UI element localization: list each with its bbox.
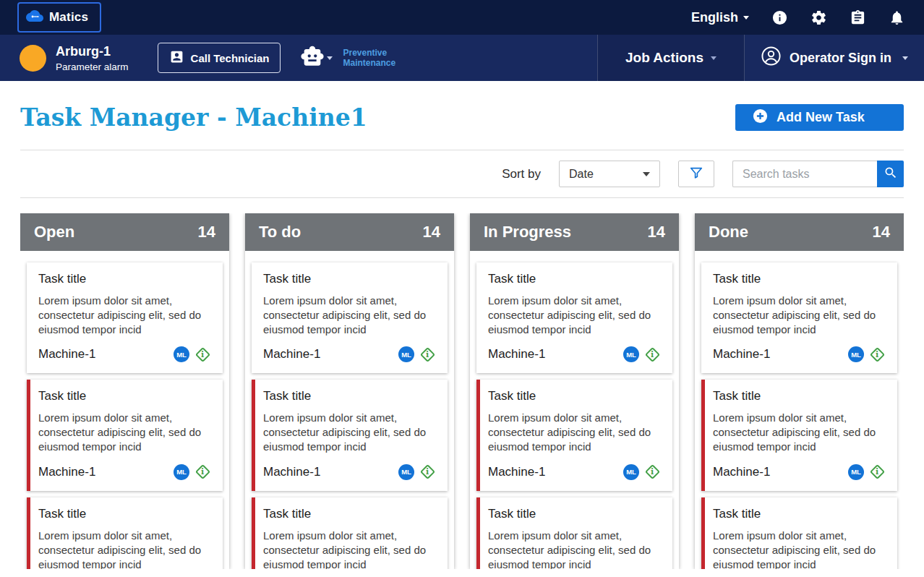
filter-button[interactable] (678, 161, 714, 187)
preventive-maintenance-label: Preventive Maintenance (343, 48, 395, 69)
task-description: Lorem ipsum dolor sit amet, consectetur … (38, 294, 211, 337)
column-open: Open 14 Task title Lorem ipsum dolor sit… (20, 213, 229, 569)
info-diamond-icon[interactable]: i (645, 347, 660, 362)
top-bar: Matics English (0, 0, 924, 35)
chevron-down-icon (327, 56, 333, 60)
task-description: Lorem ipsum dolor sit amet, consectetur … (38, 411, 211, 454)
task-title: Task title (263, 389, 436, 403)
task-card[interactable]: Task title Lorem ipsum dolor sit amet, c… (701, 380, 897, 490)
info-diamond-icon[interactable]: i (870, 464, 885, 479)
task-title: Task title (38, 507, 211, 521)
task-description: Lorem ipsum dolor sit amet, consectetur … (38, 529, 211, 569)
bell-icon[interactable] (888, 9, 905, 26)
column-title: Done (709, 223, 748, 242)
language-selector[interactable]: English (691, 10, 749, 25)
column-cards: Task title Lorem ipsum dolor sit amet, c… (20, 251, 229, 569)
task-card[interactable]: Task title Lorem ipsum dolor sit amet, c… (701, 497, 897, 569)
column-cards: Task title Lorem ipsum dolor sit amet, c… (695, 251, 904, 569)
operator-label: Operator Sign in (790, 51, 891, 66)
task-title: Task title (488, 272, 661, 286)
column-title: In Progress (484, 223, 571, 242)
task-title: Task title (488, 507, 661, 521)
task-card[interactable]: Task title Lorem ipsum dolor sit amet, c… (252, 262, 448, 373)
task-title: Task title (38, 272, 211, 286)
info-diamond-icon[interactable]: i (870, 347, 885, 362)
task-card[interactable]: Task title Lorem ipsum dolor sit amet, c… (27, 497, 223, 569)
column-count: 14 (423, 223, 440, 242)
task-card[interactable]: Task title Lorem ipsum dolor sit amet, c… (701, 262, 897, 373)
clipboard-icon[interactable] (849, 9, 866, 26)
operator-sign-in[interactable]: Operator Sign in (745, 35, 924, 81)
language-label: English (691, 10, 738, 25)
column-title: Open (34, 223, 74, 242)
column-count: 14 (873, 223, 890, 242)
search-tasks (732, 161, 904, 187)
task-title: Task title (488, 389, 661, 403)
column-cards: Task title Lorem ipsum dolor sit amet, c… (470, 251, 679, 569)
column-count: 14 (648, 223, 665, 242)
robot-icon (300, 44, 325, 72)
column-header: To do 14 (245, 213, 454, 251)
gear-icon[interactable] (810, 9, 827, 26)
ml-badge: ML (623, 464, 639, 480)
kanban-board: Open 14 Task title Lorem ipsum dolor sit… (20, 213, 904, 569)
task-description: Lorem ipsum dolor sit amet, consectetur … (713, 411, 886, 454)
machine-bar: Arburg-1 Parameter alarm Call Technician… (0, 35, 924, 81)
main-content: Task Manager - Machine1 Add New Task Sor… (0, 103, 924, 569)
task-title: Task title (38, 389, 211, 403)
column-todo: To do 14 Task title Lorem ipsum dolor si… (245, 213, 454, 569)
info-diamond-icon[interactable]: i (195, 464, 210, 479)
info-diamond-icon[interactable]: i (420, 464, 435, 479)
ml-badge: ML (174, 346, 189, 362)
task-machine: Machine-1 (263, 347, 320, 362)
sort-dropdown[interactable]: Date (559, 161, 660, 187)
column-title: To do (259, 223, 301, 242)
board-controls: Sort by Date (20, 161, 904, 187)
task-card[interactable]: Task title Lorem ipsum dolor sit amet, c… (476, 262, 672, 373)
task-card[interactable]: Task title Lorem ipsum dolor sit amet, c… (252, 497, 448, 569)
task-card[interactable]: Task title Lorem ipsum dolor sit amet, c… (27, 262, 223, 373)
task-description: Lorem ipsum dolor sit amet, consectetur … (263, 529, 436, 569)
task-title: Task title (263, 507, 436, 521)
task-description: Lorem ipsum dolor sit amet, consectetur … (488, 294, 661, 337)
divider (20, 197, 904, 198)
ml-badge: ML (848, 346, 864, 362)
search-button[interactable] (877, 161, 904, 187)
task-card[interactable]: Task title Lorem ipsum dolor sit amet, c… (27, 380, 223, 490)
logo[interactable]: Matics (17, 2, 101, 33)
chevron-down-icon (643, 172, 650, 176)
sort-value: Date (569, 168, 594, 181)
search-input[interactable] (732, 161, 877, 187)
ml-badge: ML (398, 464, 414, 480)
task-card[interactable]: Task title Lorem ipsum dolor sit amet, c… (252, 380, 448, 490)
task-machine: Machine-1 (713, 465, 770, 479)
info-diamond-icon[interactable]: i (195, 347, 210, 362)
sort-by-label: Sort by (502, 167, 541, 181)
ml-badge: ML (623, 346, 639, 362)
info-diamond-icon[interactable]: i (420, 347, 435, 362)
divider (20, 150, 904, 150)
task-title: Task title (713, 507, 886, 521)
operator-icon (761, 46, 782, 70)
column-cards: Task title Lorem ipsum dolor sit amet, c… (245, 251, 454, 569)
task-card[interactable]: Task title Lorem ipsum dolor sit amet, c… (476, 380, 672, 490)
machine-name: Arburg-1 (56, 44, 129, 59)
machine-info[interactable]: Arburg-1 Parameter alarm (0, 35, 158, 81)
task-description: Lorem ipsum dolor sit amet, consectetur … (488, 411, 661, 454)
task-title: Task title (263, 272, 436, 286)
add-new-task-button[interactable]: Add New Task (735, 104, 904, 131)
logo-text: Matics (49, 10, 88, 25)
call-technician-button[interactable]: Call Technician (158, 43, 281, 73)
chevron-down-icon (711, 56, 716, 60)
info-diamond-icon[interactable]: i (645, 464, 660, 479)
info-icon[interactable] (771, 9, 788, 26)
plus-circle-icon (752, 108, 769, 128)
column-header: Done 14 (695, 213, 904, 251)
job-actions-menu[interactable]: Job Actions (597, 35, 745, 81)
task-machine: Machine-1 (263, 465, 320, 479)
task-machine: Machine-1 (713, 347, 770, 362)
machine-status: Parameter alarm (56, 61, 129, 72)
preventive-maintenance-control[interactable]: Preventive Maintenance (300, 44, 395, 72)
task-title: Task title (713, 272, 886, 286)
task-card[interactable]: Task title Lorem ipsum dolor sit amet, c… (476, 497, 672, 569)
